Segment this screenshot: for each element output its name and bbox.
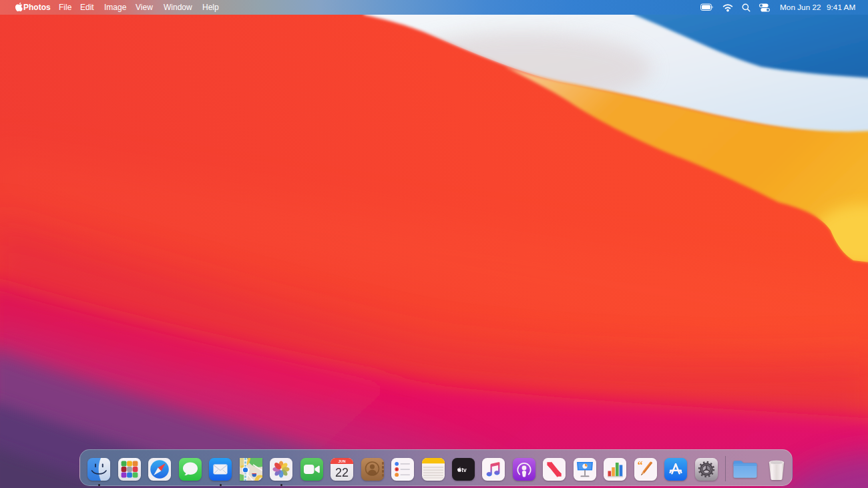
- svg-text:22: 22: [335, 466, 349, 479]
- svg-text:JUN: JUN: [338, 459, 345, 463]
- svg-text:tv: tv: [461, 467, 467, 473]
- svg-text:“: “: [637, 459, 642, 471]
